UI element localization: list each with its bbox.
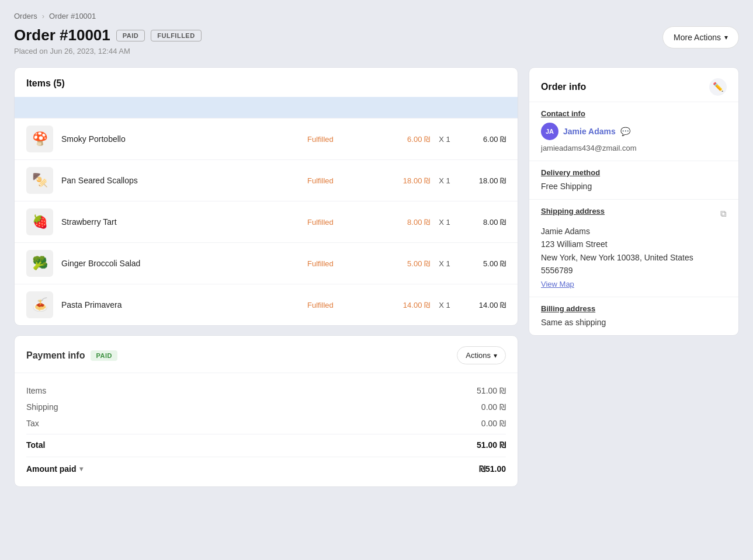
fulfilled-badge: FULFILLED — [151, 30, 201, 41]
breadcrumb-current: Order #10001 — [49, 12, 96, 20]
page-subtitle: Placed on Jun 26, 2023, 12:44 AM — [14, 47, 202, 55]
item-price: 8.00 ₪ — [372, 218, 430, 227]
actions-button[interactable]: Actions ▾ — [457, 346, 506, 364]
contact-info-label: Contact info — [541, 109, 727, 118]
amount-paid-value: ₪51.00 — [479, 464, 506, 474]
total-value: 51.00 ₪ — [477, 440, 506, 450]
item-image: 🍝 — [26, 291, 53, 318]
item-qty: X 1 — [430, 218, 459, 227]
main-right: Order info ✏️ Contact info JA Jamie Adam… — [529, 67, 739, 336]
item-price: 6.00 ₪ — [372, 135, 430, 144]
table-row: 🍄 Smoky Portobello Fulfilled 6.00 ₪ X 1 … — [15, 118, 518, 159]
payment-tax-line: Tax 0.00 ₪ — [26, 415, 506, 432]
tax-label: Tax — [26, 419, 39, 428]
order-info-card: Order info ✏️ Contact info JA Jamie Adam… — [529, 67, 739, 336]
item-price: 5.00 ₪ — [372, 259, 430, 268]
shipping-address-header: Shipping address ⧉ — [541, 207, 727, 220]
shipping-label: Shipping — [26, 402, 58, 412]
item-qty: X 1 — [430, 301, 459, 309]
item-name: Pasta Primavera — [53, 300, 307, 309]
item-total: 8.00 ₪ — [459, 218, 506, 227]
contact-info-section: Contact info JA Jamie Adams 💬 jamieadams… — [529, 102, 738, 161]
payment-items-line: Items 51.00 ₪ — [26, 382, 506, 399]
item-total: 14.00 ₪ — [459, 301, 506, 309]
table-row: 🍝 Pasta Primavera Fulfilled 14.00 ₪ X 1 … — [15, 284, 518, 325]
item-price: 18.00 ₪ — [372, 176, 430, 185]
main-left: Items (5) 🍄 Smoky Portobello Fulfilled 6… — [14, 67, 518, 487]
items-card: Items (5) 🍄 Smoky Portobello Fulfilled 6… — [14, 67, 518, 326]
paid-badge: PAID — [116, 30, 145, 41]
table-row: 🥦 Ginger Broccoli Salad Fulfilled 5.00 ₪… — [15, 242, 518, 284]
page-header-left: Order #10001 PAID FULFILLED Placed on Ju… — [14, 26, 202, 55]
actions-label: Actions — [466, 351, 491, 360]
order-info-header: Order info ✏️ — [529, 68, 738, 102]
billing-value: Same as shipping — [541, 318, 727, 327]
more-actions-button[interactable]: More Actions ▾ — [662, 26, 739, 48]
shipping-value: 0.00 ₪ — [481, 402, 506, 412]
breadcrumb: Orders › Order #10001 — [14, 12, 739, 20]
page-title: Order #10001 — [14, 26, 110, 44]
breadcrumb-orders-link[interactable]: Orders — [14, 12, 37, 20]
total-label: Total — [26, 440, 45, 450]
item-status: Fulfilled — [307, 259, 372, 268]
payment-amount-paid-line: Amount paid ▾ ₪51.00 — [26, 457, 506, 477]
items-container: 🍄 Smoky Portobello Fulfilled 6.00 ₪ X 1 … — [15, 118, 518, 325]
table-row: 🍓 Strawberry Tart Fulfilled 8.00 ₪ X 1 8… — [15, 201, 518, 242]
edit-icon[interactable]: ✏️ — [709, 78, 727, 96]
actions-chevron-icon: ▾ — [494, 352, 497, 360]
address-line2: New York, New York 10038, United States — [541, 251, 727, 264]
page-header: Order #10001 PAID FULFILLED Placed on Ju… — [14, 26, 739, 55]
avatar: JA — [541, 123, 558, 140]
item-status: Fulfilled — [307, 301, 372, 309]
item-name: Pan Seared Scallops — [53, 176, 307, 185]
billing-address-label: Billing address — [541, 304, 727, 313]
payment-header: Payment info PAID Actions ▾ — [15, 336, 518, 373]
item-name: Strawberry Tart — [53, 217, 307, 227]
delivery-value: Free Shipping — [541, 182, 727, 191]
address-phone: 5556789 — [541, 264, 727, 277]
item-total: 5.00 ₪ — [459, 259, 506, 268]
item-qty: X 1 — [430, 259, 459, 268]
item-status: Fulfilled — [307, 135, 372, 144]
delivery-method-label: Delivery method — [541, 168, 727, 177]
chat-icon: 💬 — [620, 127, 630, 136]
address-name: Jamie Adams — [541, 225, 727, 238]
item-qty: X 1 — [430, 135, 459, 144]
items-card-header: Items (5) — [15, 68, 518, 97]
item-qty: X 1 — [430, 176, 459, 185]
payment-header-left: Payment info PAID — [26, 350, 117, 361]
payment-section-title: Payment info — [26, 350, 85, 361]
main-layout: Items (5) 🍄 Smoky Portobello Fulfilled 6… — [14, 67, 739, 487]
item-name: Ginger Broccoli Salad — [53, 259, 307, 268]
more-actions-label: More Actions — [674, 33, 721, 42]
payment-total-line: Total 51.00 ₪ — [26, 434, 506, 453]
payment-paid-badge: PAID — [91, 350, 117, 361]
amount-paid-chevron-icon: ▾ — [79, 465, 83, 473]
payment-body: Items 51.00 ₪ Shipping 0.00 ₪ Tax 0.00 ₪… — [15, 373, 518, 486]
item-price: 14.00 ₪ — [372, 301, 430, 309]
items-label: Items — [26, 386, 46, 395]
payment-card: Payment info PAID Actions ▾ Items 51.00 … — [14, 335, 518, 487]
items-value: 51.00 ₪ — [477, 386, 506, 395]
amount-paid-label: Amount paid — [26, 464, 77, 474]
item-image: 🍄 — [26, 126, 53, 152]
delivery-method-section: Delivery method Free Shipping — [529, 161, 738, 199]
view-map-link[interactable]: View Map — [541, 280, 574, 288]
item-name: Smoky Portobello — [53, 134, 307, 144]
breadcrumb-separator: › — [42, 12, 44, 20]
item-status: Fulfilled — [307, 218, 372, 227]
billing-address-section: Billing address Same as shipping — [529, 297, 738, 335]
chevron-down-icon: ▾ — [724, 33, 728, 41]
customer-email: jamieadams434@zmail.com — [541, 144, 727, 152]
items-header-row — [15, 97, 518, 118]
item-total: 6.00 ₪ — [459, 135, 506, 144]
order-info-title: Order info — [541, 82, 586, 92]
item-image: 🍢 — [26, 167, 53, 194]
table-row: 🍢 Pan Seared Scallops Fulfilled 18.00 ₪ … — [15, 159, 518, 201]
item-image: 🥦 — [26, 250, 53, 277]
payment-shipping-line: Shipping 0.00 ₪ — [26, 399, 506, 415]
address-line1: 123 William Street — [541, 238, 727, 251]
copy-icon[interactable]: ⧉ — [720, 208, 727, 219]
customer-name-link[interactable]: Jamie Adams — [563, 127, 616, 136]
item-status: Fulfilled — [307, 176, 372, 185]
